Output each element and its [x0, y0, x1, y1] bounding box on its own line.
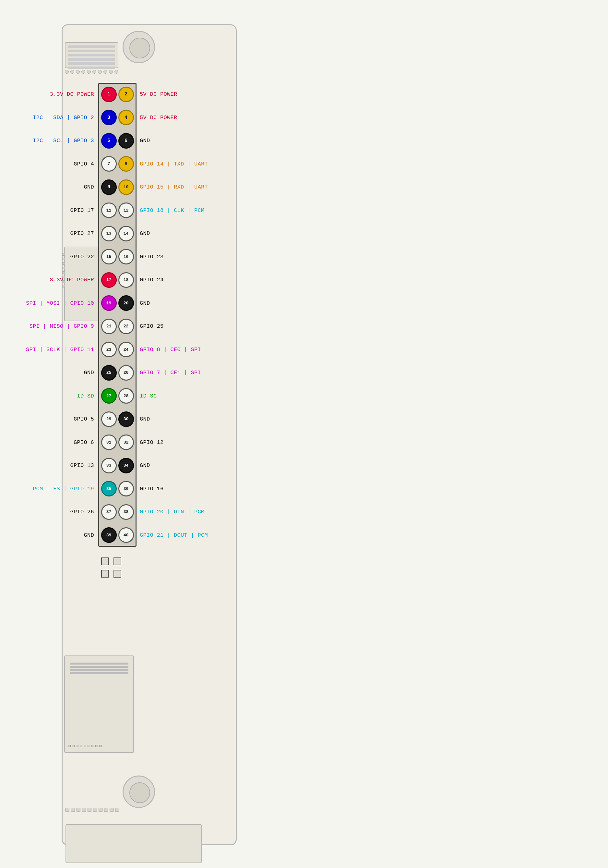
top-chip-pins — [65, 70, 118, 74]
left-label-3: I2C | SDA | GPIO 2 — [33, 106, 94, 129]
left-label-7: GPIO 4 — [74, 152, 94, 176]
left-label-17: 3.3V DC POWER — [50, 268, 94, 292]
left-label-37: GPIO 26 — [70, 501, 94, 524]
pin-28: 28 — [118, 388, 134, 404]
very-bottom-chip — [65, 824, 202, 863]
pin-1: 1 — [101, 87, 117, 102]
right-label-14: GND — [140, 222, 150, 245]
pin-23: 23 — [101, 342, 117, 357]
pin-row-19: 3738 — [98, 501, 136, 524]
gpio-bottom-connectors — [101, 558, 121, 578]
pin-19: 19 — [101, 295, 117, 311]
right-label-18: GPIO 24 — [140, 268, 164, 292]
left-label-27: ID SD — [77, 384, 94, 408]
pin-row-15: 2930 — [98, 408, 136, 431]
pin-33: 33 — [101, 458, 117, 473]
pin-6: 6 — [118, 133, 134, 149]
pin-row-17: 3334 — [98, 454, 136, 477]
right-label-6: GND — [140, 129, 150, 152]
pin-32: 32 — [118, 434, 134, 450]
left-label-1: 3.3V DC POWER — [50, 83, 94, 106]
pin-36: 36 — [118, 481, 134, 496]
right-label-20: GND — [140, 292, 150, 315]
pin-8: 8 — [118, 156, 134, 172]
pin-row-13: 2526 — [98, 361, 136, 384]
left-label-5: I2C | SCL | GPIO 3 — [33, 129, 94, 152]
pin-27: 27 — [101, 388, 117, 404]
pin-row-11: 2122 — [98, 315, 136, 338]
left-label-21: SPI | MISO | GPIO 9 — [29, 315, 94, 338]
right-label-22: GPIO 25 — [140, 315, 164, 338]
pin-row-2: 34 — [98, 106, 136, 129]
right-label-36: GPIO 16 — [140, 477, 164, 501]
pin-7: 7 — [101, 156, 117, 172]
top-connector-chip — [65, 42, 118, 68]
right-label-30: GND — [140, 408, 150, 431]
pin-row-9: 1718 — [98, 268, 136, 292]
pin-34: 34 — [118, 458, 134, 473]
right-label-16: GPIO 23 — [140, 245, 164, 269]
pin-2: 2 — [118, 87, 134, 102]
right-label-32: GPIO 12 — [140, 431, 164, 454]
pin-25: 25 — [101, 365, 117, 381]
pin-4: 4 — [118, 110, 134, 125]
pin-row-1: 12 — [98, 83, 136, 106]
right-label-10: GPIO 15 | RXD | UART — [140, 175, 208, 199]
left-label-25: GND — [84, 361, 94, 384]
right-label-4: 5V DC POWER — [140, 106, 177, 129]
pin-row-12: 2324 — [98, 338, 136, 361]
pin-29: 29 — [101, 411, 117, 427]
pin-17: 17 — [101, 272, 117, 288]
pin-14: 14 — [118, 226, 134, 242]
pin-40: 40 — [118, 527, 134, 543]
pin-3: 3 — [101, 110, 117, 125]
pin-22: 22 — [118, 319, 134, 334]
pin-24: 24 — [118, 342, 134, 357]
pin-39: 39 — [101, 527, 117, 543]
bottom-mounting-hole — [122, 775, 155, 808]
right-label-38: GPIO 20 | DIN | PCM — [140, 501, 204, 524]
pin-38: 38 — [118, 504, 134, 520]
pin-30: 30 — [118, 411, 134, 427]
pin-row-4: 78 — [98, 152, 136, 176]
pin-37: 37 — [101, 504, 117, 520]
left-label-15: GPIO 22 — [70, 245, 94, 269]
pin-18: 18 — [118, 272, 134, 288]
right-label-28: ID SC — [140, 384, 157, 408]
left-label-29: GPIO 5 — [74, 408, 94, 431]
pin-row-6: 1112 — [98, 199, 136, 222]
right-label-34: GND — [140, 454, 150, 477]
right-label-12: GPIO 18 | CLK | PCM — [140, 199, 204, 222]
right-label-40: GPIO 21 | DOUT | PCM — [140, 524, 208, 547]
left-label-39: GND — [84, 524, 94, 547]
left-label-35: PCM | FS | GPIO 19 — [33, 477, 94, 501]
left-label-19: SPI | MOSI | GPIO 10 — [26, 292, 94, 315]
top-mounting-hole — [122, 31, 155, 63]
pin-row-20: 3940 — [98, 524, 136, 547]
pin-10: 10 — [118, 180, 134, 195]
pin-12: 12 — [118, 203, 134, 218]
pin-row-16: 3132 — [98, 431, 136, 454]
right-label-24: GPIO 8 | CE0 | SPI — [140, 338, 201, 361]
pin-15: 15 — [101, 249, 117, 265]
pin-26: 26 — [118, 365, 134, 381]
left-label-23: SPI | SCLK | GPIO 11 — [26, 338, 94, 361]
bottom-left-chip — [64, 656, 134, 753]
pin-35: 35 — [101, 481, 117, 496]
pin-20: 20 — [118, 295, 134, 311]
pin-9: 9 — [101, 180, 117, 195]
left-label-13: GPIO 27 — [70, 222, 94, 245]
pin-row-7: 1314 — [98, 222, 136, 245]
pin-5: 5 — [101, 133, 117, 149]
right-label-26: GPIO 7 | CE1 | SPI — [140, 361, 201, 384]
pin-11: 11 — [101, 203, 117, 218]
pin-13: 13 — [101, 226, 117, 242]
right-label-2: 5V DC POWER — [140, 83, 177, 106]
pin-row-3: 56 — [98, 129, 136, 152]
pin-31: 31 — [101, 434, 117, 450]
pin-row-18: 3536 — [98, 477, 136, 501]
pin-row-14: 2728 — [98, 384, 136, 408]
left-label-31: GPIO 6 — [74, 431, 94, 454]
right-label-8: GPIO 14 | TXD | UART — [140, 152, 208, 176]
pin-16: 16 — [118, 249, 134, 265]
